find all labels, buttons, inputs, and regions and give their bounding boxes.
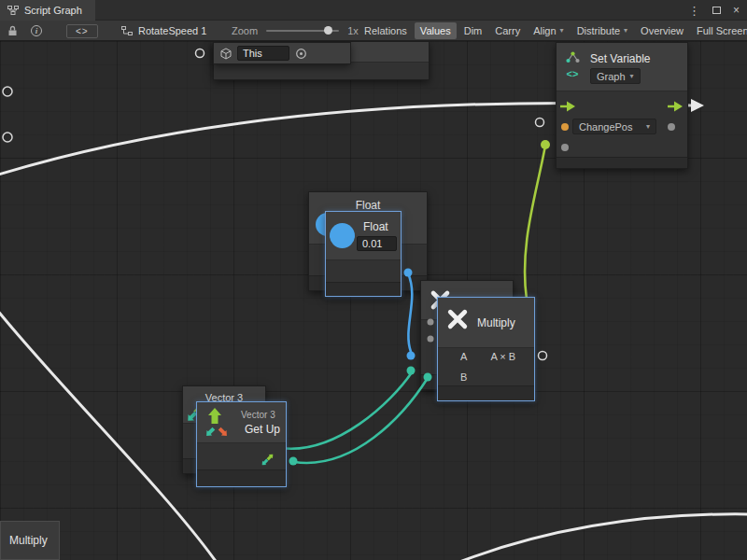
script-graph-icon (7, 5, 19, 16)
node-set-variable[interactable]: <> Set Variable Graph ▾ ChangePos ▾ (556, 42, 688, 169)
float-icon (330, 223, 355, 248)
vector-output-icon (261, 453, 275, 467)
value-in-port[interactable] (561, 144, 569, 151)
toolbar-button-align[interactable]: Align▾ (528, 22, 569, 39)
info-icon[interactable]: i (31, 25, 42, 36)
title-bar: Script Graph ⋮ × (0, 0, 747, 21)
graph-asset-icon (121, 26, 133, 35)
node-footer (557, 157, 687, 168)
control-in-arrow[interactable] (560, 100, 576, 113)
cube-icon (220, 48, 232, 60)
float-value-input[interactable]: 0.01 (357, 236, 397, 251)
zoom-label: Zoom (232, 25, 258, 36)
multiply-icon (444, 306, 471, 332)
node-title: Multiply (477, 316, 515, 329)
toolbar-button-values[interactable]: Values (415, 22, 457, 39)
variable-port[interactable] (561, 123, 569, 131)
zoom-slider[interactable] (266, 30, 339, 32)
input-b-label: B (460, 371, 467, 383)
node-float[interactable]: Float 0.01 (325, 211, 402, 297)
input-a-label: A (460, 351, 467, 362)
zoom-slider-handle[interactable] (324, 26, 332, 35)
scope-value: Graph (597, 71, 626, 82)
scope-dropdown[interactable]: Graph ▾ (590, 68, 641, 84)
tab-script-graph[interactable]: Script Graph (0, 0, 95, 21)
window-menu-icon[interactable]: ⋮ (688, 5, 700, 17)
this-object-field[interactable]: This (237, 46, 289, 61)
toolbar-button-carry[interactable]: Carry (489, 22, 526, 39)
target-icon[interactable] (295, 48, 307, 60)
close-icon[interactable]: × (733, 5, 740, 16)
maximize-icon[interactable] (712, 7, 721, 14)
zoom-value: 1x (347, 25, 359, 36)
lock-icon[interactable] (7, 25, 18, 36)
variable-name: ChangePos (579, 121, 633, 133)
toolbar-button-overview[interactable]: Overview (635, 22, 689, 39)
set-variable-icon: <> (563, 50, 582, 79)
code-glyph: <> (563, 68, 582, 79)
node-this[interactable]: This (213, 42, 351, 64)
control-out-arrow[interactable] (668, 100, 684, 113)
tab-title: Script Graph (24, 5, 82, 16)
node-vector3[interactable]: Vector 3 Get Up (196, 401, 287, 487)
node-type-label: Vector 3 (241, 410, 275, 420)
tooltip-multiply: Multiply (0, 521, 60, 560)
value-out-port[interactable] (668, 123, 675, 131)
chevron-down-icon: ▾ (624, 27, 627, 35)
output-label: A × B (490, 351, 515, 362)
node-multiply[interactable]: Multiply A A × B B (437, 297, 535, 401)
graph-toolbar: i <> RotateSpeed 1 Zoom 1x Relations Val… (0, 21, 747, 41)
node-title: Get Up (245, 423, 280, 436)
toolbar-button-fullscreen[interactable]: Full Screen (691, 22, 747, 39)
chevron-down-icon: ▾ (560, 27, 564, 35)
chevron-down-icon: ▾ (630, 73, 634, 80)
toolbar-button-distribute[interactable]: Distribute▾ (571, 22, 633, 39)
code-view-icon[interactable]: <> (66, 24, 98, 38)
graph-name[interactable]: RotateSpeed 1 (138, 25, 206, 36)
toolbar-button-relations[interactable]: Relations (359, 22, 413, 39)
vector3-get-up-icon (202, 406, 232, 440)
chevron-down-icon: ▾ (646, 123, 650, 131)
node-title: Float (363, 220, 388, 233)
variable-dropdown[interactable]: ChangePos ▾ (572, 119, 656, 134)
toolbar-button-dim[interactable]: Dim (458, 22, 488, 39)
node-title: Set Variable (590, 52, 650, 65)
node-title: Float (309, 199, 427, 212)
